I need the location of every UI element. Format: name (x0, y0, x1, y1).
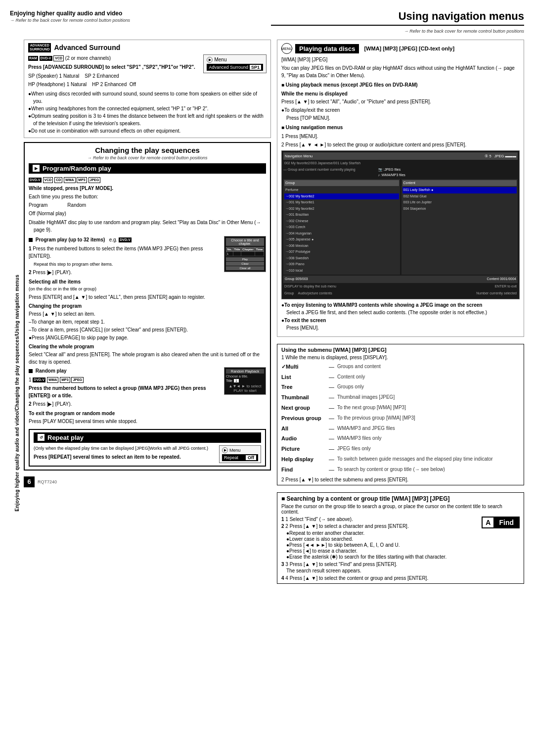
thumbnail-label: Thumbnail (281, 393, 326, 403)
nav-menu-list: ✓Multi — Groups and content List — Conte… (281, 362, 520, 475)
clear-whole-note: Select "Clear all" and press [ENTER]. Th… (29, 351, 266, 366)
nav-vis-body: Group Perfume →002 My favorite2 →001 My … (283, 179, 518, 275)
play-seq-title: Changing the play sequences (29, 146, 266, 154)
prog-title: Program/Random play (43, 165, 111, 172)
nav-footer-display-note: DISPLAY to display the sub menu (284, 284, 336, 289)
vcd-badge2: VCD (43, 177, 53, 184)
search-step4: 4 4 Press [▲ ▼] to select the content or… (281, 575, 520, 581)
nav-vis-box: Navigation Menu ⑤ 5 JPEG ▬▬▬ 002 My favo… (281, 150, 520, 299)
bullet3: ●Optimum seating position is 3 to 4 time… (28, 112, 267, 127)
menu-item-picture: Picture — JPEG files only (281, 444, 520, 454)
find-box: A Find (482, 517, 520, 528)
ram-badge: RAM (28, 56, 38, 61)
rand-ctrl: ▲▼◄ ► to select PLAY to start (226, 384, 264, 393)
group-content-note: — Group and content number currently pla… (283, 167, 377, 178)
clear-all-btn[interactable]: Clear all (226, 266, 264, 270)
prev-group-label: Previous group (281, 414, 326, 424)
adv-surround-badge: ADVANCEDSURROUND (28, 43, 51, 52)
picture-label: Picture (281, 444, 326, 454)
random-label: Random (67, 201, 86, 209)
press-top-menu: Press [TOP MENU]. (281, 114, 520, 122)
program-label: Program (29, 201, 47, 209)
dvdv-badge2: DVD-V (29, 178, 42, 183)
jpeg-note: 📷 :JPEG files (378, 167, 518, 173)
rand-choose-label: Choose a title. (226, 375, 264, 378)
nav-vis-header: Navigation Menu ⑤ 5 JPEG ▬▬▬ (283, 152, 518, 160)
vcd-badge: VCD (53, 55, 64, 62)
play-btn[interactable]: Play (226, 257, 264, 261)
nav-right-item-1: 001 Lady Starfish ● (402, 187, 517, 193)
adv-surround-title: Advanced Surround (54, 44, 120, 51)
bullet4: ●Do not use in combination with surround… (28, 127, 267, 135)
nav-path: 002 My favorite2/003 Japanese/001 Lady S… (283, 161, 518, 166)
left-top-ref: → Refer to the back cover for remote con… (10, 18, 263, 23)
clearing-whole-heading: Clearing the whole program (29, 343, 266, 350)
menu-sp1-badge: SP1 (250, 65, 261, 70)
menu-subtitle-label: Advanced Surround (209, 65, 248, 70)
rand-title-label: Title (226, 379, 232, 382)
nav-footer-group: Group 005/003 (285, 277, 308, 282)
prog-header: ▶ Program/Random play (29, 163, 266, 174)
playback-menus-heading: ■ Using playback menus (except JPEG file… (281, 81, 520, 89)
prog-choose-header: Choose a title and chapter. (226, 238, 264, 246)
find-nav-desc: To search by content or group title (→ s… (337, 465, 445, 474)
sq-bullet-prog (29, 238, 33, 242)
nav-vis-footer: Group 005/003 Content 0001/0004 (283, 276, 518, 283)
eg-dvdv-badge: DVD-V (119, 237, 132, 243)
nav-item-6: →002 Chinese (284, 218, 399, 225)
rand-step2: 2 Press [▶] (PLAY). (29, 400, 266, 408)
rand-title-val: 1 (234, 379, 239, 382)
menu-item-prev-group: Previous group — To the previous group [… (281, 414, 520, 424)
prog-body: DVD-V VCD CD WMA MP3 JPEG While stopped,… (29, 176, 266, 234)
page-number: 6 (24, 476, 35, 487)
next-group-label: Next group (281, 403, 326, 413)
changing-prog-heading: Changing the program (29, 302, 266, 310)
clear-btn[interactable]: Clear (226, 262, 264, 266)
nav-menus-heading: ■ Using navigation menus (281, 124, 520, 131)
menu-preview-box: ▶ Menu Advanced Surround SP1 (203, 54, 267, 73)
nav-vis-left-col: Group Perfume →002 My favorite2 →001 My … (283, 179, 400, 275)
program-random-section: ▶ Program/Random play DVD-V VCD CD WMA M… (29, 163, 266, 425)
repeat-bar-label: Repeat (224, 455, 238, 460)
search-bullet2: ●Lower case is also searched. (281, 536, 520, 542)
page-number-row: 6 RQT7240 (24, 476, 271, 487)
tree-label: Tree (281, 382, 326, 392)
repeat-header: ↺ Repeat play (34, 432, 261, 443)
tree-desc: Groups only (337, 382, 364, 391)
menu-label: Menu (214, 57, 226, 62)
each-time-text: Each time you press the button: (29, 193, 266, 200)
prog-buttons: Play Clear Clear all (226, 257, 264, 270)
nav-item-11: →007 Prototype (284, 249, 399, 255)
menu-item-multi: ✓Multi — Groups and content (281, 362, 520, 372)
sq-bullet-rand (29, 369, 33, 373)
while-stopped: While stopped, press [PLAY MODE]. (29, 185, 266, 192)
repeat-play-section: ↺ Repeat play ▶ Menu Repeat (29, 429, 266, 467)
menu-display-bar: Advanced Surround SP1 (207, 64, 263, 71)
menu-circle-icon: MENU (281, 43, 292, 54)
repeat-menu-box: ▶ Menu Repeat Off (219, 445, 261, 463)
playing-data-discs-section: MENU Playing data discs [WMA] [MP3] [JPE… (277, 40, 524, 337)
random-play-section: Random Playback Choose a title. Title 1 … (29, 367, 266, 425)
nav-item-3: →001 My favorite1 (284, 199, 399, 206)
prog-disc-types: DVD-V VCD CD WMA MP3 JPEG (29, 176, 266, 184)
enjoy-note: ●To enjoy listening to WMA/MP3 contents … (281, 301, 520, 309)
clear-item-note: –To clear a item, press [CANCEL] (or sel… (29, 326, 266, 333)
row-num: 1 (226, 251, 233, 256)
search-bullet3: ●Press [◄◄ ►►] to skip between A, E, I, … (281, 542, 520, 548)
angle-note: ●Press [ANGLE/PAGE] to skip page by page… (29, 334, 266, 341)
submenu-step2: 2 Press [▲ ▼] to select the submenu and … (281, 477, 520, 482)
exit-screen-note: ●To exit the screen (281, 317, 520, 324)
group-label: Group (284, 291, 294, 296)
audio-pic-label: Audio/picture contents (298, 291, 332, 296)
nav-right-item-4: 004 Starperion (402, 206, 517, 212)
repeat-menu-label: Menu (229, 448, 241, 453)
enjoy-desc: Select a JPEG file first, and then selec… (281, 309, 520, 316)
help-label: Help display (281, 455, 326, 465)
nav-vis-annotations: — Group and content number currently pla… (283, 167, 518, 178)
help-desc: To switch between guide messages and the… (337, 455, 493, 464)
bullet1: ●When using discs recorded with surround… (28, 90, 267, 105)
off-label: Off (Normal play) (29, 210, 266, 217)
submenu-step1: 1 While the menu is displayed, press [DI… (281, 355, 520, 360)
nav-item-13: →009 Piano (284, 261, 399, 268)
repeat-title: Repeat play (47, 434, 84, 441)
